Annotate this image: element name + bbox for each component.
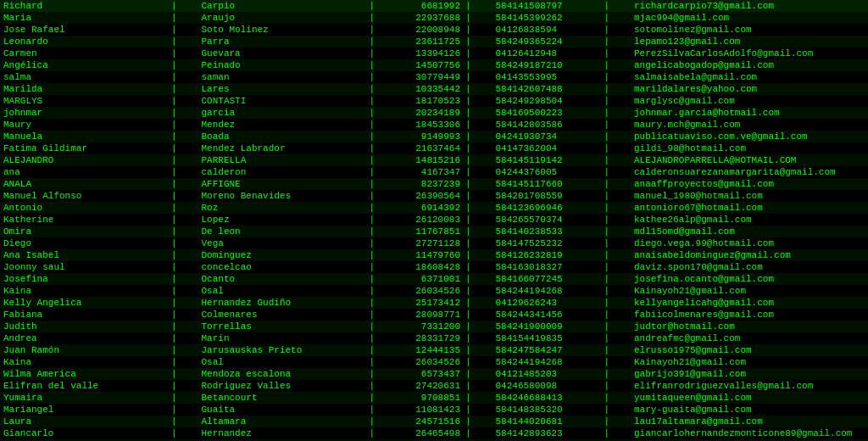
separator: | — [603, 95, 632, 107]
separator: | — [170, 47, 198, 59]
separator: | — [603, 427, 632, 439]
separator: | — [603, 273, 632, 285]
email-address: salmaisabela@gmail.com — [631, 71, 868, 83]
phone-number: 04121485203 — [492, 368, 603, 380]
table-row: Mariangel | Guaita | 11081423 | 58414838… — [0, 404, 868, 416]
separator: | — [170, 344, 198, 356]
separator: | — [603, 416, 632, 427]
table-row: Fatima Gildimar | Mendez Labrador | 2163… — [0, 142, 868, 154]
last-name: Hernandez — [198, 427, 368, 439]
separator: | — [368, 321, 397, 332]
phone-number: 584141508797 — [492, 0, 603, 12]
email-address: ALEJANDROPARRELLA@HOTMAIL.COM — [631, 154, 868, 166]
phone-number: 584244341456 — [492, 309, 603, 321]
separator: | — [368, 107, 397, 119]
first-name: Omira — [0, 226, 170, 237]
last-name: Araujo — [198, 12, 368, 24]
separator: | — [170, 166, 198, 178]
first-name: Judith — [0, 321, 170, 332]
separator: | — [170, 226, 198, 237]
separator: | — [603, 119, 632, 131]
first-name: Laura — [0, 416, 170, 427]
separator: | — [170, 368, 198, 380]
last-name: Moreno Benavides — [198, 190, 368, 202]
email-address: kellyangelicahg@gmail.com — [631, 297, 868, 309]
table-row: Angélica | Peinado | 14507756 | 58424918… — [0, 59, 868, 71]
email-address: giancarlohernandezmonticone89@gmail.com — [631, 427, 868, 439]
last-name: calderon — [198, 166, 368, 178]
email-address: daviz.spon170@gmail.com — [631, 261, 868, 273]
separator: | — [464, 226, 492, 237]
last-name: Marin — [198, 332, 368, 344]
email-address: yumitaqueen@gmail.com — [631, 392, 868, 404]
separator: | — [170, 309, 198, 321]
table-row: Manuela | Boada | 9149993 | 04241930734 … — [0, 131, 868, 142]
phone-number: 584145119142 — [492, 154, 603, 166]
separator: | — [170, 202, 198, 214]
last-name: concelcao — [198, 261, 368, 273]
last-name: Torrellas — [198, 321, 368, 332]
separator: | — [368, 226, 397, 237]
phone-number: 04126412948 — [492, 47, 603, 59]
separator: | — [464, 154, 492, 166]
last-name: Mendez — [198, 119, 368, 131]
record-id: 11767851 — [396, 226, 464, 237]
separator: | — [368, 309, 397, 321]
record-id: 27271128 — [396, 237, 464, 249]
separator: | — [603, 166, 632, 178]
separator: | — [170, 59, 198, 71]
phone-number: 584249187210 — [492, 59, 603, 71]
separator: | — [603, 344, 632, 356]
first-name: Angélica — [0, 59, 170, 71]
email-address: anaaffproyectos@gmail.com — [631, 178, 868, 190]
phone-number: 584246688413 — [492, 392, 603, 404]
separator: | — [368, 0, 397, 12]
record-id: 26465498 — [396, 427, 464, 439]
first-name: Jose Rafael — [0, 24, 170, 36]
phone-number: 584244194268 — [492, 285, 603, 297]
record-id: 6681992 — [396, 0, 464, 12]
table-row: Kaina | Osal | 26034526 | 584244194268 |… — [0, 285, 868, 297]
table-row: Giancarlo | Hernandez | 26465498 | 58414… — [0, 427, 868, 439]
first-name: Maria — [0, 12, 170, 24]
email-address: elrusso1975@gmail.com — [631, 344, 868, 356]
first-name: ALEJANDRO — [0, 154, 170, 166]
first-name: Fatima Gildimar — [0, 142, 170, 154]
record-id: 22008948 — [396, 24, 464, 36]
separator: | — [464, 95, 492, 107]
last-name: Altamara — [198, 416, 368, 427]
phone-number: 584142803586 — [492, 119, 603, 131]
separator: | — [368, 261, 397, 273]
phone-number: 584126232819 — [492, 249, 603, 261]
phone-number: 04241930734 — [492, 131, 603, 142]
email-address: judtor@hotmail.com — [631, 321, 868, 332]
table-row: Kelly Angelica | Hernandez Gudiño | 2517… — [0, 297, 868, 309]
separator: | — [170, 83, 198, 95]
first-name: Josefina — [0, 273, 170, 285]
separator: | — [603, 178, 632, 190]
record-id: 14507756 — [396, 59, 464, 71]
last-name: Boada — [198, 131, 368, 142]
first-name: Diego — [0, 237, 170, 249]
separator: | — [170, 392, 198, 404]
separator: | — [603, 356, 632, 368]
record-id: 24571516 — [396, 416, 464, 427]
phone-number: 584144020681 — [492, 416, 603, 427]
separator: | — [368, 47, 397, 59]
separator: | — [603, 214, 632, 226]
last-name: PARRELLA — [198, 154, 368, 166]
table-row: Wilma America | Mendoza escalona | 65734… — [0, 368, 868, 380]
record-id: 30779449 — [396, 71, 464, 83]
first-name: Manuela — [0, 131, 170, 142]
table-row: Kaina | Osal | 26034526 | 584244194268 |… — [0, 356, 868, 368]
separator: | — [170, 119, 198, 131]
table-row: Carmen | Guevara | 13394126 | 0412641294… — [0, 47, 868, 59]
last-name: Ocanto — [198, 273, 368, 285]
last-name: Osal — [198, 356, 368, 368]
separator: | — [170, 273, 198, 285]
email-address: lepamo123@gmail.com — [631, 36, 868, 47]
table-row: Leonardo | Parra | 23611725 | 5842493652… — [0, 36, 868, 47]
separator: | — [603, 321, 632, 332]
table-row: Marilda | Lares | 10335442 | 58414260748… — [0, 83, 868, 95]
separator: | — [464, 83, 492, 95]
